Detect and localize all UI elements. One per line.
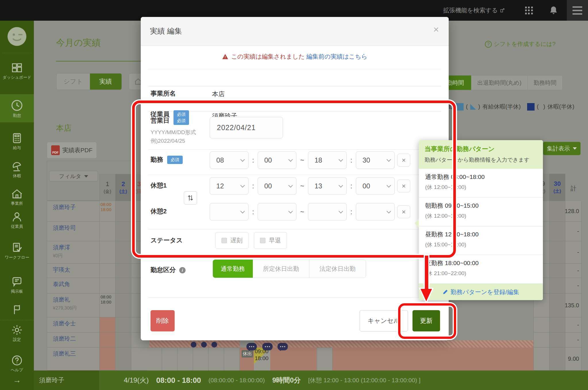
shift-cell[interactable] [115,294,131,317]
avatar[interactable] [7,26,27,48]
status-label: ステータス [151,236,183,245]
sidebar-collapse-arrow[interactable]: → [0,376,34,385]
shift-cell[interactable] [99,278,115,293]
shift-cell[interactable] [131,347,147,370]
edit-pattern-link[interactable]: 勤務パターンを登録/編集 [419,284,543,300]
business-date-input[interactable]: 2022/04/21 [210,117,283,138]
warning-text: この実績は編集されました [231,53,305,60]
sidebar-item-leave[interactable]: 休暇 [0,160,34,179]
work-start-hour-select[interactable]: 08 [210,151,248,169]
swap-breaks-button[interactable] [184,191,197,204]
sidebar-item-dashboard[interactable]: ダッシュボード [0,62,34,80]
delete-button[interactable]: 削除 [151,310,175,331]
sidebar-item-attendance[interactable]: 勤怠 [0,94,34,122]
break1-end-hour-select[interactable]: 13 [308,177,347,195]
sidebar-item-flag[interactable] [0,304,34,317]
summary-display-button[interactable]: 集計表示 [543,142,581,155]
pre-edit-record-link[interactable]: 編集前の実績はこちら [306,53,367,60]
comment-dot-icon[interactable] [211,342,217,347]
edited-shift-cell[interactable]: 09:00 18:00 [254,347,270,370]
shift-cell[interactable]: 08:0018:00 [99,294,115,317]
tab-actual[interactable]: 実績 [90,74,122,90]
shift-cell[interactable] [99,347,115,370]
shift-cell[interactable] [99,241,115,263]
break2-end-hour-select[interactable] [308,203,347,221]
comment-bubble-icon[interactable] [277,343,288,350]
shift-cell[interactable] [99,264,115,278]
employee-link[interactable]: 須摩澪 [53,244,70,250]
comment-bubble-icon[interactable] [262,343,273,350]
category-scheduled-holiday-work[interactable]: 所定休日出勤 [253,260,309,278]
break2-end-minute-select[interactable] [356,203,395,221]
sidebar-item-payroll[interactable]: 給与 [0,132,34,150]
employee-link[interactable]: 宇瑛太 [53,267,70,273]
comment-dot-icon[interactable] [191,342,196,347]
filter-button[interactable]: フィルタ [49,171,98,182]
pattern-item-morning[interactable]: 朝勤務 09:00~15:00 (休 12:00~13:00) [419,198,543,226]
clock-icon [10,99,24,112]
employee-link[interactable]: 泰武角 [53,281,70,287]
sidebar-item-employee[interactable]: 従業員 [0,211,34,229]
pdf-report-button[interactable]: PDF 実績表PDF [47,142,97,159]
tab-work-time[interactable]: 勤務時間 [528,76,562,90]
pattern-item-day[interactable]: 昼勤務 12:00~18:00 (休 15:00~16:00) [419,226,543,255]
break1-start-hour-select[interactable]: 12 [210,177,248,195]
shift-cell[interactable] [99,333,115,347]
close-icon[interactable]: × [433,24,439,34]
comment-bubble-icon[interactable] [246,343,257,350]
work-end-hour-select[interactable]: 18 [308,151,347,169]
category-legal-holiday-work[interactable]: 法定休日出勤 [309,260,366,278]
employee-link[interactable]: 須磨玲二 [53,335,76,342]
shift-cell[interactable] [115,278,131,293]
employee-link[interactable]: 須磨玲司 [53,225,76,231]
category-normal-work[interactable]: 通常勤務 [213,260,253,278]
early-leave-checkbox[interactable]: 早退 [254,232,287,249]
pattern-item-normal[interactable]: 通常勤務 08:00~18:00 (休 12:00~13:00) [419,169,543,198]
sidebar-item-workflow[interactable]: ワークフロー [0,242,34,260]
shift-cell[interactable] [115,264,131,278]
employee-link[interactable]: 須磨玲子 [53,204,76,210]
date-column-header-saturday[interactable]: 2(土) [115,174,131,201]
shift-cell[interactable] [99,317,115,332]
info-icon[interactable]: i [179,267,186,273]
date-column-header[interactable]: 1(金) [99,174,115,201]
sidebar-item-help[interactable]: ヘルプ [0,354,34,373]
notifications-bell-icon[interactable] [549,6,558,16]
work-start-minute-select[interactable]: 00 [258,151,296,169]
shift-cell[interactable] [115,241,131,263]
break1-start-minute-select[interactable]: 00 [258,177,296,195]
shift-cell[interactable] [115,347,131,370]
comment-dot-icon[interactable] [201,342,207,347]
extension-search-link[interactable]: 拡張機能を検索する [443,6,505,14]
employee-link[interactable]: 須磨礼三 [53,350,76,357]
sidebar-item-board[interactable]: 掲示板 [0,276,34,294]
shift-cell[interactable] [115,201,131,221]
shift-cell[interactable] [115,317,131,332]
date-column-header-saturday[interactable]: 30(土) [549,174,565,201]
sidebar-item-settings[interactable]: 設定 [0,324,34,342]
work-end-minute-select[interactable]: 30 [356,151,395,169]
clear-work-time-button[interactable]: × [397,154,410,167]
clear-break2-button[interactable]: × [397,205,410,218]
shift-cell[interactable] [99,222,115,241]
shift-cell[interactable] [115,222,131,241]
chevron-down-icon [240,209,245,214]
break2-start-minute-select[interactable] [258,203,296,221]
sidebar-item-office[interactable]: 事業所 [0,188,34,206]
shift-cell[interactable] [115,333,131,347]
break2-start-hour-select[interactable] [210,203,248,221]
employee-link[interactable]: 須磨令士 [53,320,76,327]
shift-help-link[interactable]: ? シフトを作成するには? [485,40,556,48]
update-button[interactable]: 更新 [412,310,440,331]
hamburger-menu-icon[interactable] [567,0,588,21]
late-checkbox[interactable]: 遅刻 [215,232,248,249]
app-grid-icon[interactable] [525,7,533,14]
employee-link[interactable]: 須磨礼 [53,296,70,303]
clear-break1-button[interactable]: × [397,179,410,192]
tab-shift[interactable]: シフト [57,74,90,90]
pattern-item-night[interactable]: 夜勤務 18:00~00:00 (休 21:00~22:00) [419,255,543,284]
tab-clock-time-rounded[interactable]: 出退勤時間(丸め) [471,76,528,90]
break1-end-minute-select[interactable]: 00 [356,177,395,195]
cancel-button[interactable]: キャンセル [360,310,408,331]
shift-cell[interactable]: 08:0018:00 [99,201,115,221]
